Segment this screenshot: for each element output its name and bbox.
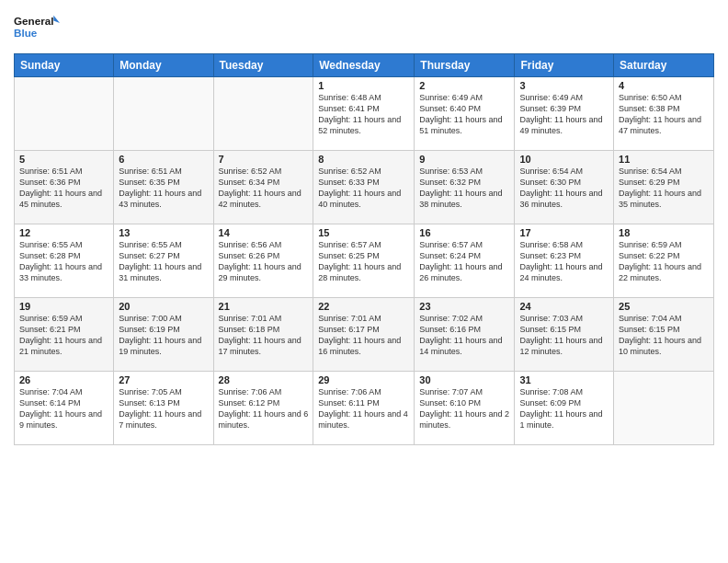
calendar-table: SundayMondayTuesdayWednesdayThursdayFrid… — [14, 53, 714, 445]
calendar-cell: 27Sunrise: 7:05 AM Sunset: 6:13 PM Dayli… — [114, 372, 213, 445]
calendar-cell: 15Sunrise: 6:57 AM Sunset: 6:25 PM Dayli… — [313, 224, 415, 298]
day-info: Sunrise: 6:59 AM Sunset: 6:22 PM Dayligh… — [619, 239, 709, 284]
calendar-cell: 16Sunrise: 6:57 AM Sunset: 6:24 PM Dayli… — [415, 224, 515, 298]
day-info: Sunrise: 6:49 AM Sunset: 6:39 PM Dayligh… — [519, 92, 609, 137]
calendar-cell: 19Sunrise: 6:59 AM Sunset: 6:21 PM Dayli… — [15, 298, 114, 372]
day-number: 22 — [318, 301, 409, 312]
day-info: Sunrise: 6:55 AM Sunset: 6:27 PM Dayligh… — [119, 239, 208, 284]
day-number: 23 — [419, 301, 509, 312]
day-number: 16 — [419, 227, 509, 238]
day-number: 6 — [119, 154, 208, 165]
day-info: Sunrise: 7:00 AM Sunset: 6:19 PM Dayligh… — [119, 313, 208, 358]
day-info: Sunrise: 6:59 AM Sunset: 6:21 PM Dayligh… — [19, 313, 108, 358]
day-info: Sunrise: 7:01 AM Sunset: 6:17 PM Dayligh… — [318, 313, 409, 358]
day-info: Sunrise: 7:01 AM Sunset: 6:18 PM Dayligh… — [219, 313, 309, 358]
day-info: Sunrise: 6:53 AM Sunset: 6:32 PM Dayligh… — [419, 166, 509, 211]
col-header-tuesday: Tuesday — [213, 54, 313, 77]
day-info: Sunrise: 6:52 AM Sunset: 6:33 PM Dayligh… — [318, 166, 409, 211]
calendar-cell: 14Sunrise: 6:56 AM Sunset: 6:26 PM Dayli… — [213, 224, 313, 298]
day-info: Sunrise: 6:55 AM Sunset: 6:28 PM Dayligh… — [19, 239, 108, 284]
day-number: 28 — [219, 374, 309, 385]
day-number: 13 — [119, 227, 208, 238]
calendar-cell: 13Sunrise: 6:55 AM Sunset: 6:27 PM Dayli… — [114, 224, 213, 298]
calendar-cell: 21Sunrise: 7:01 AM Sunset: 6:18 PM Dayli… — [213, 298, 313, 372]
week-row-5: 26Sunrise: 7:04 AM Sunset: 6:14 PM Dayli… — [15, 372, 714, 445]
calendar-cell: 17Sunrise: 6:58 AM Sunset: 6:23 PM Dayli… — [515, 224, 614, 298]
day-number: 30 — [419, 374, 509, 385]
day-info: Sunrise: 7:05 AM Sunset: 6:13 PM Dayligh… — [119, 386, 208, 431]
day-number: 14 — [219, 227, 309, 238]
calendar-cell: 2Sunrise: 6:49 AM Sunset: 6:40 PM Daylig… — [415, 77, 515, 151]
col-header-friday: Friday — [515, 54, 614, 77]
calendar-cell: 5Sunrise: 6:51 AM Sunset: 6:36 PM Daylig… — [15, 151, 114, 224]
calendar-cell: 31Sunrise: 7:08 AM Sunset: 6:09 PM Dayli… — [515, 372, 614, 445]
col-header-sunday: Sunday — [15, 54, 114, 77]
day-info: Sunrise: 7:02 AM Sunset: 6:16 PM Dayligh… — [419, 313, 509, 358]
day-number: 9 — [419, 154, 509, 165]
day-info: Sunrise: 6:54 AM Sunset: 6:29 PM Dayligh… — [619, 166, 709, 211]
day-info: Sunrise: 7:07 AM Sunset: 6:10 PM Dayligh… — [419, 386, 509, 431]
day-number: 12 — [19, 227, 108, 238]
calendar-cell — [213, 77, 313, 151]
day-number: 8 — [318, 154, 409, 165]
calendar-cell: 23Sunrise: 7:02 AM Sunset: 6:16 PM Dayli… — [415, 298, 515, 372]
calendar-cell: 26Sunrise: 7:04 AM Sunset: 6:14 PM Dayli… — [15, 372, 114, 445]
calendar-cell: 29Sunrise: 7:06 AM Sunset: 6:11 PM Dayli… — [313, 372, 415, 445]
day-info: Sunrise: 6:57 AM Sunset: 6:24 PM Dayligh… — [419, 239, 509, 284]
logo-svg: General Blue — [14, 9, 60, 46]
day-info: Sunrise: 7:04 AM Sunset: 6:14 PM Dayligh… — [19, 386, 108, 431]
day-number: 4 — [619, 80, 709, 91]
page-header: General Blue — [14, 9, 714, 46]
calendar-cell: 6Sunrise: 6:51 AM Sunset: 6:35 PM Daylig… — [114, 151, 213, 224]
day-number: 31 — [519, 374, 609, 385]
calendar-cell: 7Sunrise: 6:52 AM Sunset: 6:34 PM Daylig… — [213, 151, 313, 224]
day-info: Sunrise: 6:51 AM Sunset: 6:35 PM Dayligh… — [119, 166, 208, 211]
calendar-cell: 12Sunrise: 6:55 AM Sunset: 6:28 PM Dayli… — [15, 224, 114, 298]
day-number: 15 — [318, 227, 409, 238]
day-number: 1 — [318, 80, 409, 91]
day-info: Sunrise: 7:08 AM Sunset: 6:09 PM Dayligh… — [519, 386, 609, 431]
week-row-1: 1Sunrise: 6:48 AM Sunset: 6:41 PM Daylig… — [15, 77, 714, 151]
day-number: 5 — [19, 154, 108, 165]
calendar-header-row: SundayMondayTuesdayWednesdayThursdayFrid… — [15, 54, 714, 77]
day-number: 2 — [419, 80, 509, 91]
col-header-wednesday: Wednesday — [313, 54, 415, 77]
week-row-2: 5Sunrise: 6:51 AM Sunset: 6:36 PM Daylig… — [15, 151, 714, 224]
calendar-cell: 18Sunrise: 6:59 AM Sunset: 6:22 PM Dayli… — [614, 224, 714, 298]
day-info: Sunrise: 6:54 AM Sunset: 6:30 PM Dayligh… — [519, 166, 609, 211]
svg-text:General: General — [14, 15, 53, 27]
day-number: 11 — [619, 154, 709, 165]
day-info: Sunrise: 6:51 AM Sunset: 6:36 PM Dayligh… — [19, 166, 108, 211]
day-info: Sunrise: 6:57 AM Sunset: 6:25 PM Dayligh… — [318, 239, 409, 284]
day-info: Sunrise: 6:48 AM Sunset: 6:41 PM Dayligh… — [318, 92, 409, 137]
day-info: Sunrise: 6:52 AM Sunset: 6:34 PM Dayligh… — [219, 166, 309, 211]
day-number: 24 — [519, 301, 609, 312]
day-info: Sunrise: 6:50 AM Sunset: 6:38 PM Dayligh… — [619, 92, 709, 137]
day-number: 29 — [318, 374, 409, 385]
svg-text:Blue: Blue — [14, 27, 38, 39]
calendar-cell: 20Sunrise: 7:00 AM Sunset: 6:19 PM Dayli… — [114, 298, 213, 372]
day-number: 17 — [519, 227, 609, 238]
calendar-cell — [114, 77, 213, 151]
col-header-saturday: Saturday — [614, 54, 714, 77]
calendar-cell: 11Sunrise: 6:54 AM Sunset: 6:29 PM Dayli… — [614, 151, 714, 224]
col-header-monday: Monday — [114, 54, 213, 77]
day-info: Sunrise: 7:06 AM Sunset: 6:11 PM Dayligh… — [318, 386, 409, 431]
day-info: Sunrise: 6:49 AM Sunset: 6:40 PM Dayligh… — [419, 92, 509, 137]
day-info: Sunrise: 6:58 AM Sunset: 6:23 PM Dayligh… — [519, 239, 609, 284]
calendar-cell: 30Sunrise: 7:07 AM Sunset: 6:10 PM Dayli… — [415, 372, 515, 445]
calendar-cell — [614, 372, 714, 445]
calendar-cell: 10Sunrise: 6:54 AM Sunset: 6:30 PM Dayli… — [515, 151, 614, 224]
day-number: 27 — [119, 374, 208, 385]
col-header-thursday: Thursday — [415, 54, 515, 77]
day-number: 10 — [519, 154, 609, 165]
calendar-cell: 4Sunrise: 6:50 AM Sunset: 6:38 PM Daylig… — [614, 77, 714, 151]
week-row-3: 12Sunrise: 6:55 AM Sunset: 6:28 PM Dayli… — [15, 224, 714, 298]
calendar-cell: 1Sunrise: 6:48 AM Sunset: 6:41 PM Daylig… — [313, 77, 415, 151]
calendar-cell: 24Sunrise: 7:03 AM Sunset: 6:15 PM Dayli… — [515, 298, 614, 372]
day-info: Sunrise: 7:06 AM Sunset: 6:12 PM Dayligh… — [219, 386, 309, 431]
day-number: 21 — [219, 301, 309, 312]
calendar-cell — [15, 77, 114, 151]
day-info: Sunrise: 6:56 AM Sunset: 6:26 PM Dayligh… — [219, 239, 309, 284]
calendar-cell: 8Sunrise: 6:52 AM Sunset: 6:33 PM Daylig… — [313, 151, 415, 224]
